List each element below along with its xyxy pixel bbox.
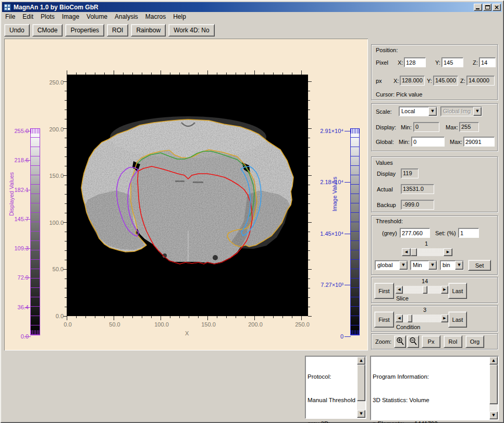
x-axis-tick: 150.0 — [197, 321, 220, 328]
scale-mode-dropdown[interactable]: Local ▼ — [399, 106, 437, 116]
right-colorbar-tick: 1.45×10⁴ — [314, 231, 343, 237]
slice-panel: First 14 ◀ ▶ Slice Last — [371, 277, 498, 303]
values-panel: Values Display 119 Actual 13531.0 Backup… — [371, 156, 498, 212]
threshold-slider-left-arrow[interactable]: ◀ — [402, 248, 411, 256]
global-row-label: Global: — [376, 139, 394, 145]
global-min-input[interactable] — [411, 137, 445, 147]
condition-slider-thumb[interactable] — [408, 315, 412, 322]
brain-roi-overlay — [67, 75, 308, 316]
mri-slice-image[interactable] — [67, 75, 308, 316]
scroll-down-icon[interactable]: ▼ — [357, 410, 365, 418]
x-axis-tick: 100.0 — [150, 321, 173, 328]
pixel-y-input[interactable] — [441, 57, 463, 67]
menu-image[interactable]: Image — [62, 13, 79, 21]
image-viewer-canvas[interactable]: Displayed Values 255.0 218.6 182.1 145.7… — [4, 39, 368, 351]
app-window: MagnAn 1.0 by BioCom GbR × File Edit Plo… — [0, 0, 504, 423]
condition-slider-right-arrow[interactable]: ▶ — [441, 315, 448, 322]
display-row-label: Display: — [376, 124, 396, 130]
menu-file[interactable]: File — [5, 13, 15, 21]
threshold-grey-input[interactable] — [400, 228, 430, 238]
slice-slider-left-arrow[interactable]: ◀ — [396, 286, 403, 294]
left-colorbar-tick: 36.4 — [0, 304, 29, 310]
zoom-roi-button[interactable]: RoI — [444, 335, 462, 348]
threshold-bin-dropdown[interactable]: bin ▼ — [440, 260, 464, 270]
threshold-slider-right-arrow[interactable]: ▶ — [444, 248, 452, 256]
protocol-box[interactable]: Protocol: Manual Threshold grey 3D: valu… — [305, 356, 366, 419]
zoom-panel: Zoom: Px RoI Org — [371, 333, 498, 349]
menu-edit[interactable]: Edit — [22, 13, 33, 21]
menu-plots[interactable]: Plots — [41, 13, 55, 21]
left-colorbar-gradient — [31, 129, 40, 335]
left-colorbar — [30, 128, 40, 335]
zoom-in-icon — [396, 337, 404, 345]
x-axis-tick: 50.0 — [103, 321, 126, 328]
scrollbar-thumb[interactable] — [489, 365, 498, 404]
window-title: MagnAn 1.0 by BioCom GbR — [14, 4, 473, 11]
protocol-text: Protocol: Manual Threshold grey 3D: valu… — [308, 357, 357, 423]
position-panel: Position: Pixel X: Y: Z: px X: 128.000 Y… — [371, 44, 498, 100]
zoom-px-button[interactable]: Px — [422, 335, 440, 348]
zoom-in-button[interactable] — [394, 335, 406, 348]
slice-first-button[interactable]: First — [374, 283, 394, 299]
threshold-minmax-dropdown[interactable]: Min ▼ — [410, 260, 437, 270]
left-colorbar-tick: 145.7 — [0, 216, 29, 222]
maximize-button[interactable] — [483, 4, 491, 11]
menu-help[interactable]: Help — [173, 13, 186, 21]
scale-label: Scale: — [376, 108, 392, 115]
pixel-x-input[interactable] — [404, 57, 426, 67]
cmode-button[interactable]: CMode — [32, 24, 63, 37]
protocol-scrollbar[interactable]: ▲ ▼ — [357, 357, 365, 418]
slice-value: 14 — [422, 278, 428, 284]
minimize-button[interactable] — [474, 4, 482, 11]
scroll-down-icon[interactable]: ▼ — [489, 412, 498, 419]
chevron-down-icon[interactable]: ▼ — [428, 261, 437, 270]
work4d-button[interactable]: Work 4D: No — [168, 24, 214, 37]
scale-panel: Scale: Local ▼ Global Img ▼ Display: Min… — [371, 103, 498, 151]
program-info-text: Program Information: 3D Statistics: Volu… — [373, 357, 489, 423]
menu-macros[interactable]: Macros — [145, 13, 166, 21]
threshold-slider-thumb[interactable] — [411, 248, 417, 256]
y-axis-tick: 50.0 — [41, 266, 64, 272]
program-info-box[interactable]: Program Information: 3D Statistics: Volu… — [370, 356, 499, 420]
menu-analysis[interactable]: Analysis — [115, 13, 138, 21]
backup-value-label: Backup — [377, 202, 396, 208]
zoom-out-button[interactable] — [407, 335, 419, 348]
slice-last-button[interactable]: Last — [448, 283, 467, 299]
threshold-set-button[interactable]: Set — [468, 260, 491, 271]
pixel-z-input[interactable] — [479, 57, 496, 67]
properties-button[interactable]: Properties — [65, 24, 104, 37]
threshold-scope-dropdown[interactable]: global ▼ — [375, 260, 408, 270]
menu-volume[interactable]: Volume — [87, 13, 107, 21]
chevron-down-icon[interactable]: ▼ — [455, 261, 463, 270]
app-icon — [3, 3, 11, 11]
threshold-percent-input[interactable] — [458, 228, 479, 238]
undo-button[interactable]: Undo — [4, 24, 30, 37]
chevron-down-icon[interactable]: ▼ — [428, 107, 437, 116]
scroll-up-icon[interactable]: ▲ — [489, 357, 498, 365]
program-info-scrollbar[interactable]: ▲ ▼ — [489, 357, 498, 419]
close-button[interactable]: × — [493, 4, 501, 11]
scrollbar-thumb[interactable] — [357, 365, 365, 401]
threshold-panel: Threshold: (grey) Set: (%) 1 ◀ ▶ global … — [371, 215, 498, 275]
roi-button[interactable]: ROI — [107, 24, 128, 37]
slice-slider-thumb[interactable] — [423, 286, 427, 294]
slice-slider-track[interactable] — [403, 286, 441, 294]
condition-last-button[interactable]: Last — [448, 311, 467, 328]
condition-label: Condition — [396, 324, 420, 330]
rainbow-button[interactable]: Rainbow — [131, 24, 166, 37]
right-colorbar-bottom-hatch — [351, 330, 359, 335]
y-axis-tick: 0.0 — [41, 313, 64, 319]
control-panel: Position: Pixel X: Y: Z: px X: 128.000 Y… — [368, 39, 502, 351]
slice-slider-right-arrow[interactable]: ▶ — [441, 286, 448, 294]
zoom-org-button[interactable]: Org — [465, 335, 484, 348]
right-colorbar — [350, 128, 360, 335]
left-colorbar-tick: 72.9 — [0, 274, 29, 281]
condition-first-button[interactable]: First — [374, 311, 394, 328]
global-max-input[interactable] — [463, 137, 495, 147]
left-colorbar-tick: 255.0 — [0, 128, 29, 134]
scroll-up-icon[interactable]: ▲ — [357, 357, 365, 365]
right-colorbar-tick: 0 — [314, 333, 343, 340]
chevron-down-icon[interactable]: ▼ — [399, 261, 408, 270]
condition-slider-left-arrow[interactable]: ◀ — [396, 315, 403, 322]
scale-global-img-dropdown: Global Img ▼ — [440, 106, 482, 116]
